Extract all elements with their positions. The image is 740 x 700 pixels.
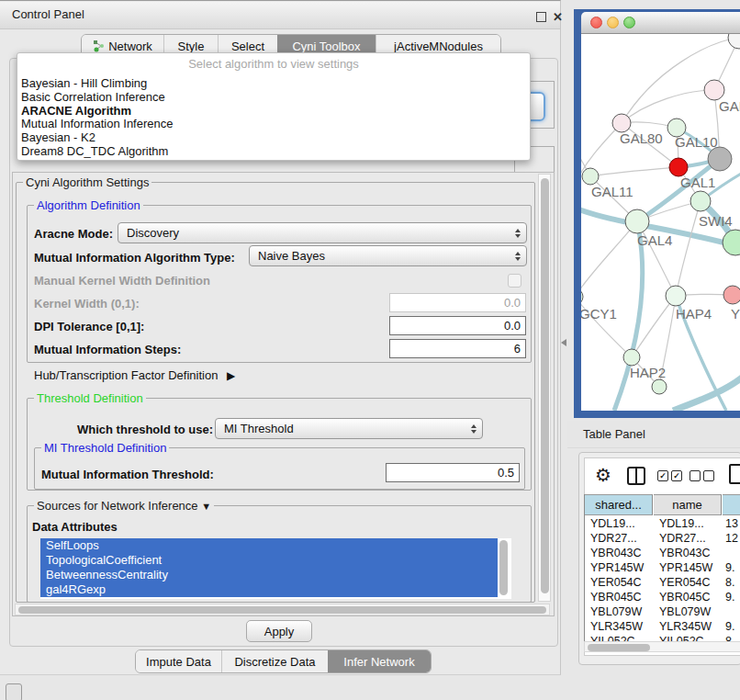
cell[interactable]: 9.	[725, 561, 734, 574]
cell[interactable]: YLR345W	[590, 620, 643, 633]
menu-item[interactable]: Basic Correlation Inference	[17, 91, 530, 105]
menu-item[interactable]: Bayesian - K2	[17, 131, 530, 145]
cell[interactable]: 8.	[725, 635, 734, 641]
network-window-titlebar[interactable]	[581, 12, 740, 34]
popup-placeholder: Select algorithm to view settings	[17, 53, 530, 77]
node-gal4[interactable]	[625, 209, 649, 233]
which-threshold-label: Which threshold to use:	[77, 423, 213, 436]
cell[interactable]: YPR145W	[659, 561, 712, 574]
cell[interactable]: YDL19...	[659, 517, 704, 530]
list-item[interactable]: gal4RGexp	[40, 582, 498, 597]
list-item[interactable]: BetweennessCentrality	[40, 568, 498, 582]
mi-steps-field[interactable]: 6	[389, 339, 526, 358]
node-gal1[interactable]	[690, 191, 711, 211]
kernel-width-field[interactable]: 0.0	[389, 293, 526, 312]
settings-vertical-scrollbar[interactable]	[538, 174, 551, 602]
cell[interactable]: YBR045C	[659, 591, 711, 604]
tab-discretize-data[interactable]: Discretize Data	[221, 650, 328, 672]
mi-type-combobox[interactable]: Naive Bayes	[249, 245, 527, 266]
scrollbar-thumb[interactable]	[541, 178, 549, 593]
node[interactable]	[708, 147, 732, 171]
cell[interactable]: 13	[725, 517, 738, 530]
node-gal11[interactable]	[582, 168, 599, 185]
node-gcy1[interactable]	[581, 288, 583, 305]
cell[interactable]: YDR27...	[590, 532, 637, 545]
which-threshold-combobox[interactable]: MI Threshold	[215, 418, 483, 439]
menu-item[interactable]: Mutual Information Inference	[17, 118, 530, 131]
cell[interactable]: YPR145W	[590, 561, 644, 574]
cell[interactable]: YIL052C	[590, 635, 635, 641]
scrollbar-thumb[interactable]	[499, 540, 508, 595]
float-window-icon[interactable]	[536, 12, 546, 22]
table-icon-partial[interactable]	[729, 464, 740, 484]
mi-steps-label: Mutual Information Steps:	[34, 343, 181, 356]
cell[interactable]: YDR27...	[659, 532, 706, 545]
aracne-mode-combobox[interactable]: Discovery	[118, 222, 527, 243]
mi-threshold-field[interactable]: 0.5	[386, 463, 520, 482]
cell[interactable]: YER054C	[590, 576, 642, 589]
cell[interactable]: 9.	[725, 620, 734, 633]
list-item[interactable]: SelfLoops	[40, 538, 498, 553]
checked-checkbox-icon[interactable]: ✓	[671, 470, 682, 481]
scrollbar-thumb[interactable]	[588, 644, 650, 651]
cell[interactable]: YBL079W	[659, 605, 711, 618]
algorithm-dropdown-popup: Select algorithm to view settings Bayesi…	[17, 52, 531, 161]
cell[interactable]: YIL052C	[659, 635, 704, 641]
apply-button[interactable]: Apply	[246, 620, 312, 642]
menu-item[interactable]: Bayesian - Hill Climbing	[17, 77, 530, 91]
node[interactable]	[728, 34, 740, 49]
collapse-arrow-icon: ▼	[201, 501, 211, 512]
list-vertical-scrollbar[interactable]	[499, 539, 509, 598]
cell[interactable]: YBL079W	[590, 605, 642, 618]
tab-impute-data[interactable]: Impute Data	[136, 650, 221, 672]
menu-item-selected[interactable]: ARACNE Algorithm	[17, 105, 530, 119]
node[interactable]	[652, 379, 667, 394]
split-columns-icon[interactable]	[627, 467, 645, 485]
node-selected-red[interactable]	[669, 158, 688, 176]
minimize-traffic-light-icon[interactable]	[607, 17, 619, 28]
cell[interactable]: 12	[725, 532, 738, 545]
cell[interactable]: YER054C	[659, 576, 711, 589]
node-gal80[interactable]	[612, 114, 631, 132]
mi-type-label: Mutual Information Algorithm Type:	[34, 251, 235, 265]
table-horizontal-scrollbar[interactable]	[584, 641, 740, 652]
cell[interactable]: YDL19...	[590, 517, 635, 530]
close-traffic-light-icon[interactable]	[590, 17, 602, 28]
hub-definition-expander[interactable]: Hub/Transcription Factor Definition ▶	[34, 368, 235, 382]
mini-grid-button-partial[interactable]	[6, 683, 22, 700]
menu-item[interactable]: Dream8 DC_TDC Algorithm	[17, 145, 530, 159]
column-header-shared[interactable]: shared...	[585, 494, 653, 515]
column-header-name[interactable]: name	[654, 494, 722, 515]
node[interactable]	[723, 286, 740, 304]
cell[interactable]: YBR043C	[590, 547, 642, 559]
column-header-partial[interactable]	[723, 494, 740, 515]
tab-infer-network[interactable]: Infer Network	[328, 650, 431, 672]
dpi-tolerance-field[interactable]: 0.0	[389, 316, 526, 335]
node-swi4[interactable]	[723, 230, 740, 255]
cell[interactable]: 9.	[725, 591, 734, 604]
checked-checkbox-icon[interactable]: ✓	[657, 470, 668, 481]
settings-horizontal-scrollbar[interactable]	[15, 604, 550, 615]
cell[interactable]: YBR045C	[590, 591, 642, 604]
cell[interactable]: 8.	[725, 576, 734, 589]
expander-arrow-icon: ▶	[227, 369, 235, 382]
node[interactable]	[704, 80, 724, 100]
cell[interactable]: YLR345W	[659, 620, 712, 633]
gear-icon[interactable]: ⚙	[595, 464, 611, 486]
data-attributes-list: SelfLoops TopologicalCoefficient Between…	[40, 538, 511, 599]
sources-collapse-toggle[interactable]: Sources for Network Inference ▼	[34, 499, 214, 513]
node-hap2[interactable]	[623, 349, 640, 366]
tab-label: Network	[108, 40, 152, 53]
unchecked-checkbox-icon[interactable]	[703, 470, 714, 481]
zoom-traffic-light-icon[interactable]	[623, 17, 635, 28]
close-icon[interactable]: ✕	[553, 12, 563, 22]
table-panel-title: Table Panel	[583, 427, 645, 441]
network-canvas[interactable]: GAL GAL80 GAL10 GAL1 GAL11 SWI4 GAL4 GCY…	[581, 34, 740, 411]
splitpane-collapse-arrow-icon[interactable]	[561, 339, 566, 346]
scrollbar-thumb[interactable]	[18, 606, 546, 614]
unchecked-checkbox-icon[interactable]	[690, 470, 701, 481]
node-hap4[interactable]	[666, 286, 686, 306]
cell[interactable]: YBR043C	[659, 547, 711, 559]
manual-kernel-checkbox[interactable]	[508, 274, 521, 288]
list-item[interactable]: TopologicalCoefficient	[40, 553, 498, 568]
